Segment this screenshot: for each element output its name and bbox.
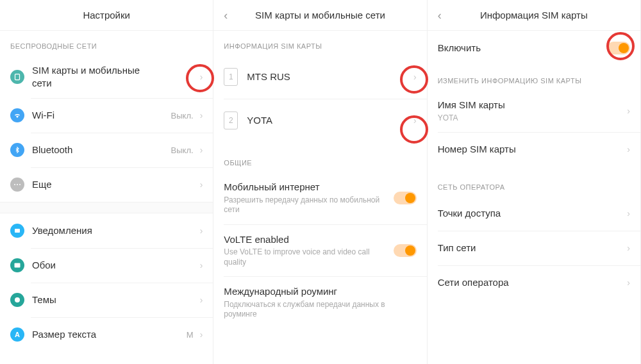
- volte-toggle[interactable]: [394, 244, 417, 257]
- more-label: Еще: [32, 178, 200, 191]
- sim2-item[interactable]: 2 YOTA ›: [213, 99, 426, 142]
- wifi-label: Wi-Fi: [32, 109, 171, 122]
- edit-list: Имя SIM карты YOTA › Номер SIM карты ›: [428, 90, 640, 167]
- pane1-list: SIM карты и мобильные сети › Wi-Fi Выкл.…: [0, 55, 213, 202]
- section-wireless: БЕСПРОВОДНЫЕ СЕТИ: [0, 31, 213, 55]
- notifications-item[interactable]: Уведомления ›: [0, 213, 213, 248]
- sim-name-item[interactable]: Имя SIM карты YOTA ›: [428, 90, 640, 132]
- volte-item[interactable]: VoLTE enabled Use VoLTE to improve voice…: [213, 224, 426, 277]
- textsize-value: M: [187, 330, 194, 340]
- chevron-right-icon: ›: [200, 72, 203, 82]
- section-edit: ИЗМЕНИТЬ ИНФОРМАЦИЮ SIM КАРТЫ: [428, 65, 640, 90]
- themes-item[interactable]: Темы ›: [0, 283, 213, 317]
- mobile-data-item[interactable]: Мобильный интернет Разрешить передачу да…: [213, 172, 426, 224]
- apn-label: Точки доступа: [438, 207, 628, 220]
- pane1-header: Настройки: [0, 0, 213, 31]
- svg-point-3: [19, 184, 21, 185]
- pane3-header: ‹ Информация SIM карты: [428, 0, 640, 31]
- general-list: Мобильный интернет Разрешить передачу да…: [213, 172, 426, 329]
- textsize-item[interactable]: A Размер текста M ›: [0, 317, 213, 352]
- volte-label: VoLTE enabled: [224, 233, 393, 246]
- chevron-right-icon: ›: [413, 72, 417, 82]
- sim-icon: [10, 70, 24, 84]
- chevron-right-icon: ›: [200, 110, 203, 120]
- sim-list: 1 MTS RUS › 2 YOTA ›: [213, 55, 426, 142]
- enable-item[interactable]: Включить: [428, 31, 640, 65]
- section-general: ОБЩИЕ: [213, 142, 426, 172]
- network-type-item[interactable]: Тип сети ›: [428, 231, 640, 265]
- bluetooth-item[interactable]: Bluetooth Выкл. ›: [0, 133, 213, 167]
- wifi-item[interactable]: Wi-Fi Выкл. ›: [0, 98, 213, 133]
- mobile-data-label: Мобильный интернет: [224, 181, 393, 194]
- operator-list: Точки доступа › Тип сети › Сети оператор…: [428, 196, 640, 300]
- pane1-title: Настройки: [83, 10, 130, 21]
- bluetooth-icon: [10, 143, 24, 157]
- volte-sub: Use VoLTE to improve voice and video cal…: [224, 247, 393, 267]
- sim1-item[interactable]: 1 MTS RUS ›: [213, 55, 426, 99]
- pane1-list2: Уведомления › Обои › Темы › A Размер тек…: [0, 213, 213, 352]
- svg-point-6: [15, 297, 20, 302]
- roaming-sub: Подключаться к службам передачи данных в…: [224, 300, 416, 320]
- pane2-title: SIM карты и мобильные сети: [255, 10, 385, 21]
- roaming-item[interactable]: Международный роуминг Подключаться к слу…: [213, 276, 426, 329]
- sim-number-item[interactable]: Номер SIM карты ›: [428, 132, 640, 167]
- chevron-right-icon: ›: [413, 115, 417, 126]
- chevron-right-icon: ›: [200, 226, 203, 236]
- mobile-data-sub: Разрешить передачу данных по мобильной с…: [224, 195, 393, 215]
- back-button[interactable]: ‹: [438, 8, 442, 22]
- chevron-right-icon: ›: [627, 208, 630, 219]
- themes-label: Темы: [32, 294, 200, 306]
- enable-label: Включить: [438, 42, 607, 54]
- network-type-label: Тип сети: [438, 242, 628, 254]
- operator-networks-label: Сети оператора: [438, 276, 628, 289]
- more-icon: [10, 178, 24, 192]
- chevron-right-icon: ›: [627, 106, 630, 116]
- back-button[interactable]: ‹: [224, 8, 228, 22]
- pane2-header: ‹ SIM карты и мобильные сети: [213, 0, 426, 31]
- sim-cards-item[interactable]: SIM карты и мобильные сети ›: [0, 55, 213, 98]
- sim-name-label: Имя SIM карты: [438, 99, 628, 112]
- wallpaper-item[interactable]: Обои ›: [0, 248, 213, 283]
- svg-point-2: [17, 184, 18, 185]
- bluetooth-value: Выкл.: [171, 145, 194, 155]
- enable-list: Включить: [428, 31, 640, 65]
- svg-rect-0: [15, 74, 20, 79]
- separator: [0, 202, 213, 213]
- bluetooth-label: Bluetooth: [32, 144, 171, 156]
- textsize-label: Размер текста: [32, 328, 187, 341]
- sim2-label: YOTA: [247, 114, 413, 127]
- apn-item[interactable]: Точки доступа ›: [428, 196, 640, 231]
- sim-networks-pane: ‹ SIM карты и мобильные сети ИНФОРМАЦИЯ …: [213, 0, 427, 364]
- enable-toggle[interactable]: [607, 42, 630, 54]
- svg-rect-5: [15, 263, 21, 268]
- mobile-data-toggle[interactable]: [394, 192, 417, 204]
- sim-number-label: Номер SIM карты: [438, 143, 628, 156]
- textsize-icon: A: [10, 327, 24, 342]
- notifications-icon: [10, 224, 24, 238]
- roaming-label: Международный роуминг: [224, 285, 416, 298]
- operator-networks-item[interactable]: Сети оператора ›: [428, 265, 640, 300]
- sim1-badge: 1: [224, 68, 238, 86]
- wifi-icon: [10, 108, 24, 122]
- sim-info-pane: ‹ Информация SIM карты Включить ИЗМЕНИТЬ…: [428, 0, 641, 364]
- section-operator: СЕТЬ ОПЕРАТОРА: [428, 167, 640, 196]
- chevron-right-icon: ›: [627, 144, 630, 154]
- chevron-right-icon: ›: [200, 179, 203, 190]
- sim1-label: MTS RUS: [247, 70, 413, 83]
- sim2-badge: 2: [224, 112, 238, 129]
- sim-name-value: YOTA: [438, 113, 628, 124]
- sim-label: SIM карты и мобильные сети: [32, 64, 200, 89]
- wifi-value: Выкл.: [171, 111, 194, 120]
- settings-pane: Настройки БЕСПРОВОДНЫЕ СЕТИ SIM карты и …: [0, 0, 213, 364]
- chevron-right-icon: ›: [627, 277, 630, 288]
- svg-point-1: [14, 184, 15, 185]
- chevron-right-icon: ›: [200, 260, 203, 270]
- wallpaper-label: Обои: [32, 259, 200, 272]
- svg-rect-4: [15, 229, 20, 233]
- pane3-title: Информация SIM карты: [480, 10, 588, 21]
- section-siminfo: ИНФОРМАЦИЯ SIM КАРТЫ: [213, 31, 426, 55]
- notifications-label: Уведомления: [32, 224, 200, 237]
- chevron-right-icon: ›: [200, 145, 203, 155]
- chevron-right-icon: ›: [200, 295, 203, 305]
- more-item[interactable]: Еще ›: [0, 167, 213, 202]
